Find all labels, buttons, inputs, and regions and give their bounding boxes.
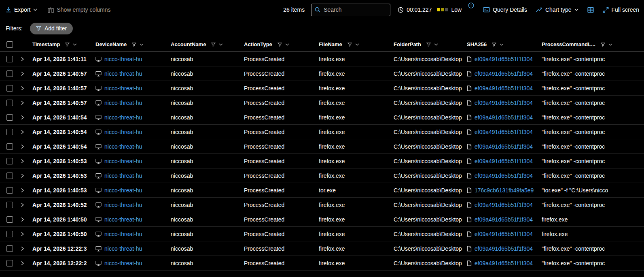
sha256-link[interactable]: ef09a491d65b51f1f304	[475, 129, 533, 135]
sha256-link[interactable]: ef09a491d65b51f1f304	[475, 143, 533, 150]
expand-row-chevron-icon[interactable]	[19, 115, 25, 120]
table-row[interactable]: Apr 14, 2026 1:40:50 nicco-threat-hu nic…	[0, 227, 644, 241]
table-row[interactable]: Apr 14, 2026 1:40:54 nicco-threat-hu nic…	[0, 110, 644, 125]
table-row[interactable]: Apr 14, 2026 12:22:3 nicco-threat-hu nic…	[0, 241, 644, 256]
table-row[interactable]: Apr 14, 2026 1:41:11 nicco-threat-hu nic…	[0, 52, 644, 66]
expand-row-chevron-icon[interactable]	[19, 188, 25, 193]
sha256-link[interactable]: ef09a491d65b51f1f304	[475, 100, 533, 106]
expand-row-chevron-icon[interactable]	[19, 217, 25, 222]
add-filter-button[interactable]: Add filter	[30, 23, 73, 34]
expand-row-chevron-icon[interactable]	[19, 129, 25, 135]
search-box[interactable]	[311, 4, 390, 16]
sha256-link[interactable]: ef09a491d65b51f1f304	[475, 173, 533, 179]
table-row[interactable]: Apr 14, 2026 1:40:57 nicco-threat-hu nic…	[0, 66, 644, 81]
device-link[interactable]: nicco-threat-hu	[104, 143, 142, 150]
device-link[interactable]: nicco-threat-hu	[104, 216, 142, 223]
info-icon[interactable]	[468, 2, 474, 9]
row-checkbox[interactable]	[6, 173, 13, 179]
sha256-link[interactable]: ef09a491d65b51f1f304	[475, 231, 533, 237]
device-link[interactable]: nicco-threat-hu	[104, 85, 142, 92]
filter-icon[interactable]	[278, 43, 282, 47]
table-row[interactable]: Apr 14, 2026 1:40:53 nicco-threat-hu nic…	[0, 168, 644, 183]
device-link[interactable]: nicco-threat-hu	[104, 114, 142, 121]
filter-icon[interactable]	[426, 43, 431, 47]
expand-row-chevron-icon[interactable]	[19, 85, 25, 91]
device-link[interactable]: nicco-threat-hu	[104, 158, 142, 164]
row-checkbox[interactable]	[6, 202, 13, 208]
chevron-down-icon[interactable]	[500, 43, 504, 46]
column-header-file[interactable]: FileName	[319, 41, 394, 47]
row-checkbox[interactable]	[6, 187, 13, 194]
row-checkbox[interactable]	[6, 70, 13, 77]
expand-row-chevron-icon[interactable]	[19, 158, 25, 164]
filter-icon[interactable]	[601, 43, 605, 47]
chevron-down-icon[interactable]	[355, 43, 359, 46]
filter-icon[interactable]	[347, 43, 352, 47]
table-row[interactable]: Apr 14, 2026 1:40:54 nicco-threat-hu nic…	[0, 125, 644, 139]
expand-row-chevron-icon[interactable]	[19, 202, 25, 208]
sha256-link[interactable]: ef09a491d65b51f1f304	[475, 245, 533, 252]
chevron-down-icon[interactable]	[285, 43, 289, 46]
row-checkbox[interactable]	[6, 158, 13, 164]
sha256-link[interactable]: ef09a491d65b51f1f304	[475, 56, 533, 62]
expand-row-chevron-icon[interactable]	[19, 246, 25, 251]
table-row[interactable]: Apr 14, 2026 1:40:52 nicco-threat-hu nic…	[0, 198, 644, 212]
table-view-button[interactable]	[587, 7, 594, 13]
device-link[interactable]: nicco-threat-hu	[104, 231, 142, 237]
row-checkbox[interactable]	[6, 245, 13, 252]
search-input[interactable]	[324, 6, 387, 13]
device-link[interactable]: nicco-threat-hu	[104, 245, 142, 252]
chevron-down-icon[interactable]	[73, 43, 77, 46]
row-checkbox[interactable]	[6, 100, 13, 106]
expand-row-chevron-icon[interactable]	[19, 231, 25, 237]
chevron-down-icon[interactable]	[608, 43, 612, 46]
table-row[interactable]: Apr 14, 2026 1:40:53 nicco-threat-hu nic…	[0, 183, 644, 198]
chart-type-button[interactable]: Chart type	[536, 6, 578, 13]
expand-row-chevron-icon[interactable]	[19, 56, 25, 62]
table-row[interactable]: Apr 14, 2026 1:40:57 nicco-threat-hu nic…	[0, 96, 644, 110]
table-row[interactable]: Apr 14, 2026 1:40:54 nicco-threat-hu nic…	[0, 139, 644, 154]
table-row[interactable]: Apr 14, 2026 1:40:50 nicco-threat-hu nic…	[0, 212, 644, 227]
table-row[interactable]: Apr 14, 2026 12:22:2 nicco-threat-hu nic…	[0, 256, 644, 271]
query-details-button[interactable]: Query Details	[483, 6, 527, 13]
device-link[interactable]: nicco-threat-hu	[104, 173, 142, 179]
sha256-link[interactable]: ef09a491d65b51f1f304	[475, 260, 533, 266]
column-header-sha256[interactable]: SHA256	[467, 41, 542, 47]
sha256-link[interactable]: ef09a491d65b51f1f304	[475, 70, 533, 77]
column-header-device[interactable]: DeviceName	[95, 41, 171, 47]
sha256-link[interactable]: ef09a491d65b51f1f304	[475, 114, 533, 121]
row-checkbox[interactable]	[6, 56, 13, 62]
device-link[interactable]: nicco-threat-hu	[104, 187, 142, 194]
show-empty-columns-button[interactable]: Show empty columns	[48, 6, 110, 13]
export-button[interactable]: Export	[6, 6, 37, 13]
row-checkbox[interactable]	[6, 260, 13, 266]
row-checkbox[interactable]	[6, 129, 13, 135]
filter-icon[interactable]	[132, 43, 136, 47]
device-link[interactable]: nicco-threat-hu	[104, 260, 142, 266]
filter-icon[interactable]	[65, 43, 70, 47]
device-link[interactable]: nicco-threat-hu	[104, 129, 142, 135]
device-link[interactable]: nicco-threat-hu	[104, 202, 142, 208]
sha256-link[interactable]: ef09a491d65b51f1f304	[475, 216, 533, 223]
device-link[interactable]: nicco-threat-hu	[104, 70, 142, 77]
column-header-timestamp[interactable]: Timestamp	[32, 41, 95, 47]
row-checkbox[interactable]	[6, 114, 13, 121]
column-header-account[interactable]: AccountName	[171, 41, 244, 47]
row-checkbox[interactable]	[6, 143, 13, 150]
filter-icon[interactable]	[211, 43, 216, 47]
sha256-link[interactable]: ef09a491d65b51f1f304	[475, 85, 533, 92]
device-link[interactable]: nicco-threat-hu	[104, 56, 142, 62]
row-checkbox[interactable]	[6, 231, 13, 237]
sha256-link[interactable]: 176c9cb6131fb49fa5e9	[475, 187, 534, 194]
column-header-action[interactable]: ActionType	[244, 41, 319, 47]
chevron-down-icon[interactable]	[434, 43, 438, 46]
expand-row-chevron-icon[interactable]	[19, 144, 25, 149]
expand-row-chevron-icon[interactable]	[19, 173, 25, 179]
column-header-folder[interactable]: FolderPath	[394, 41, 467, 47]
sha256-link[interactable]: ef09a491d65b51f1f304	[475, 158, 533, 164]
column-header-cmd[interactable]: ProcessCommandL...	[542, 41, 644, 47]
expand-row-chevron-icon[interactable]	[19, 71, 25, 77]
filter-icon[interactable]	[492, 43, 496, 47]
select-all-checkbox[interactable]	[6, 41, 13, 48]
full-screen-button[interactable]: Full screen	[603, 6, 639, 13]
